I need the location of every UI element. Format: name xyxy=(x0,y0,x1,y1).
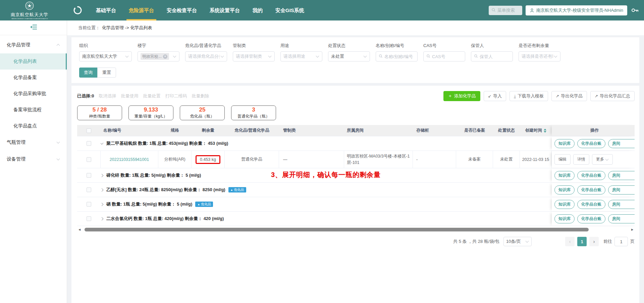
row-checkbox[interactable] xyxy=(87,157,91,162)
search-button[interactable]: 查询 xyxy=(79,68,97,78)
import-icon: ↙ xyxy=(488,94,491,98)
room-button[interactable]: 房间 xyxy=(608,200,635,209)
row-checkbox[interactable] xyxy=(87,216,91,221)
university-seal-icon xyxy=(25,1,34,11)
scrollbar-thumb[interactable] xyxy=(85,228,589,231)
sidebar-item-purchase-approval[interactable]: 化学品采购审批 xyxy=(0,86,67,102)
chemical-ledger-button[interactable]: 化学品台账 xyxy=(577,185,605,194)
more-button[interactable]: 更多 xyxy=(592,154,613,165)
organization-select[interactable]: 南京航空航天大学 xyxy=(79,51,132,61)
print-qrcode-link[interactable]: 打印二维码 xyxy=(165,93,187,99)
nav-item-gis[interactable]: 安全GIS系统 xyxy=(269,0,311,20)
knowledge-base-button[interactable]: 知识库 xyxy=(554,171,575,180)
user-account-button[interactable]: 南京航空航天大学-校级安全管理员-NHAdmin xyxy=(526,5,627,15)
nav-item-safety-check-platform[interactable]: 安全检查平台 xyxy=(160,0,203,20)
nav-item-hazard-platform[interactable]: 危险源平台 xyxy=(122,0,160,20)
select-all-checkbox[interactable] xyxy=(87,128,91,133)
detail-button[interactable]: 详情 xyxy=(573,154,589,165)
room-button[interactable]: 房间 xyxy=(608,185,635,194)
goto-page-input[interactable] xyxy=(614,237,628,246)
usage-select[interactable]: 请选择用途 xyxy=(280,51,322,61)
cas-search-box xyxy=(423,51,465,61)
knowledge-base-button[interactable]: 知识库 xyxy=(554,200,575,209)
scroll-right-arrow[interactable]: ▶ xyxy=(630,228,635,231)
export-chemicals-label: 导出化学品 xyxy=(561,93,583,99)
cancel-selection-link[interactable]: 取消选择 xyxy=(99,93,116,99)
knowledge-base-button[interactable]: 知识库 xyxy=(554,185,575,194)
import-button[interactable]: ↙导入 xyxy=(484,91,506,101)
building-select[interactable]: 明故宫校... ✕ xyxy=(138,51,179,61)
disposal-status-select[interactable]: 未处置 xyxy=(328,51,370,61)
page-size-select[interactable]: 10条/页 xyxy=(503,237,532,246)
prev-page-button[interactable]: ‹ xyxy=(565,237,575,246)
export-summary-button[interactable]: ↗导出化学品汇总 xyxy=(590,91,635,101)
sidebar-group-gas-cylinder[interactable]: 气瓶管理 xyxy=(0,134,67,151)
search-icon xyxy=(491,7,496,13)
col-cabinet: 存储柜 xyxy=(413,125,456,136)
filter-cas-label: CAS号 xyxy=(423,43,465,49)
chemical-ledger-button[interactable]: 化学品台账 xyxy=(577,139,605,148)
sidebar-item-record-approval-flow[interactable]: 备案审批流程 xyxy=(0,102,67,118)
add-chemical-button[interactable]: ＋添加化学品 xyxy=(443,91,480,101)
close-icon[interactable]: ✕ xyxy=(163,54,167,59)
stat-label: 重量/容量（kg/L） xyxy=(135,114,167,119)
col-hazard-type: 危化品/普通化学品 xyxy=(225,125,279,136)
keeper-search-input[interactable] xyxy=(480,54,510,59)
cas-search-input[interactable] xyxy=(432,54,462,59)
batch-delete-link[interactable]: 批量删除 xyxy=(192,93,209,99)
nav-item-mine[interactable]: 我的 xyxy=(246,0,269,20)
chemical-ledger-button[interactable]: 化学品台账 xyxy=(577,200,605,209)
person-icon xyxy=(530,8,534,13)
filter-disposal-status: 处置状态 未处置 xyxy=(328,43,370,61)
scroll-left-arrow[interactable]: ◀ xyxy=(77,228,82,231)
row-checkbox[interactable] xyxy=(87,173,91,178)
expand-row-icon[interactable] xyxy=(101,217,103,220)
col-created: 创建时间 xyxy=(520,125,552,136)
batch-dispose-link[interactable]: 批量处置 xyxy=(143,93,161,99)
nav-item-system-settings[interactable]: 系统设置平台 xyxy=(203,0,246,20)
sort-caret[interactable] xyxy=(544,129,546,133)
bottle-code-link[interactable]: 20221103155941001 xyxy=(110,157,149,162)
expand-row-icon[interactable] xyxy=(101,174,103,177)
hazard-type-select[interactable]: 请选择危化品分类 xyxy=(185,51,227,61)
nav-item-base-platform[interactable]: 基础平台 xyxy=(90,0,122,20)
has-remaining-select[interactable]: 请选择是否还有剩余 xyxy=(519,51,560,61)
download-template-button[interactable]: ↓下载导入模板 xyxy=(509,91,548,101)
table-toolbar: 已选择:0 取消选择 批量使用 批量处置 打印二维码 批量删除 ＋添加化学品 ↙… xyxy=(77,91,635,101)
sidebar-group-equipment[interactable]: 设备管理 xyxy=(0,151,67,168)
sidebar-group-chemicals[interactable]: 化学品管理 xyxy=(0,37,67,53)
scrollbar-track[interactable] xyxy=(82,228,630,231)
sidebar-item-chemical-inventory[interactable]: 化学品盘点 xyxy=(0,118,67,134)
control-class-select[interactable]: 请选择管制类 xyxy=(233,51,275,61)
chemical-ledger-button[interactable]: 化学品台账 xyxy=(577,214,605,223)
name-search-input[interactable] xyxy=(384,54,415,59)
knowledge-base-button[interactable]: 知识库 xyxy=(554,139,575,148)
next-page-button[interactable]: › xyxy=(589,237,599,246)
room-button[interactable]: 房间 xyxy=(608,171,635,180)
collapse-menu-icon[interactable] xyxy=(30,24,37,31)
sidebar-item-chemical-record[interactable]: 化学品备案 xyxy=(0,70,67,86)
key-icon[interactable] xyxy=(631,8,639,13)
expand-row-icon[interactable] xyxy=(101,188,103,191)
batch-use-link[interactable]: 批量使用 xyxy=(121,93,139,99)
page-number-1[interactable]: 1 xyxy=(577,237,587,246)
filter-name-label: 名称/别称/编号 xyxy=(376,43,418,49)
collapse-row-icon[interactable] xyxy=(101,141,103,144)
menu-search-input[interactable] xyxy=(497,8,521,13)
row-checkbox[interactable] xyxy=(87,202,91,207)
table-row-group-ethanol: 乙醇[无水] 数量: 24瓶 总量: 8250(ml/g) 剩余量： 8250 … xyxy=(77,183,635,197)
row-checkbox[interactable] xyxy=(87,141,91,146)
export-chemicals-button[interactable]: ↗导出化学品 xyxy=(551,91,587,101)
room-button[interactable]: 房间 xyxy=(608,139,635,148)
room-button[interactable]: 房间 xyxy=(608,214,635,223)
menu-search-box[interactable] xyxy=(489,6,522,15)
filter-organization: 组织 南京航空航天大学 xyxy=(79,43,132,61)
edit-button[interactable]: 编辑 xyxy=(554,154,571,165)
row-checkbox[interactable] xyxy=(87,187,91,192)
reset-button[interactable]: 重置 xyxy=(97,68,116,78)
expand-row-icon[interactable] xyxy=(101,203,103,206)
chemical-ledger-button[interactable]: 化学品台账 xyxy=(577,171,605,180)
knowledge-base-button[interactable]: 知识库 xyxy=(554,214,575,223)
sidebar-menu: 化学品管理 化学品列表 化学品备案 化学品采购审批 备案审批流程 化学品盘点 气… xyxy=(0,35,67,168)
sidebar-item-chemical-list[interactable]: 化学品列表 xyxy=(0,53,67,70)
